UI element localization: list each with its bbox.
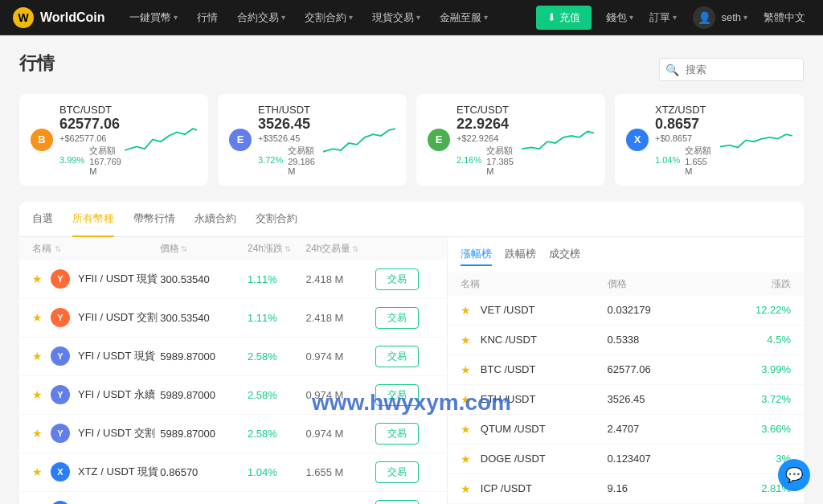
- logo-icon: W: [13, 7, 34, 28]
- star-icon[interactable]: ★: [32, 465, 43, 478]
- vol-val: 0.974 M: [305, 350, 343, 363]
- language-selector[interactable]: 繁體中文: [759, 10, 810, 25]
- trade-button[interactable]: 交易: [375, 461, 419, 483]
- right-table-row: ★ KNC /USDT 0.5338 4.5%: [448, 326, 804, 355]
- coin-avatar: X: [51, 501, 70, 504]
- sort-icon: ⇅: [285, 244, 291, 253]
- col-vol-header: 24h交易量 ⇅: [305, 242, 375, 256]
- right-table-row: ★ VET /USDT 0.032179 12.22%: [448, 296, 804, 326]
- tab-delivery-contract[interactable]: 交割合約: [256, 202, 297, 237]
- ticker-vol: 交易額 29.186 M: [288, 145, 317, 176]
- trade-button[interactable]: 交易: [375, 384, 419, 406]
- change-val: 3.99%: [761, 363, 791, 375]
- price-val: 5989.87000: [160, 350, 215, 363]
- nav-one-click-buy[interactable]: 一鍵買幣 ▾: [121, 0, 186, 35]
- right-table-rows: ★ VET /USDT 0.032179 12.22% ★ KNC /USDT …: [448, 296, 804, 504]
- left-table-row: ★ Y YFII / USDT 交割 300.53540 1.11% 2.418…: [19, 299, 447, 338]
- right-sub-tab-losers[interactable]: 跌幅榜: [505, 244, 536, 266]
- pair-name: BTC /USDT: [481, 363, 536, 375]
- change-val: 1.11%: [248, 273, 277, 285]
- coin-avatar: Y: [51, 385, 70, 404]
- trade-button[interactable]: 交易: [375, 268, 419, 290]
- tabs-container: 自選所有幣種帶幣行情永續合約交割合約 www.hwyxym.com 名稱 ⇅ 價…: [19, 202, 804, 504]
- ticker-card-btc-usdt[interactable]: B BTC/USDT 62577.06 +$62577.06 3.99% 交易額…: [19, 94, 208, 186]
- ticker-card-eth-usdt[interactable]: E ETH/USDT 3526.45 +$3526.45 3.72% 交易額 2…: [218, 94, 407, 186]
- left-table-row: ★ Y YFI / USDT 永續 5989.87000 2.58% 0.974…: [19, 376, 447, 415]
- tab-coin-market[interactable]: 帶幣行情: [133, 202, 175, 237]
- right-sub-tab-volume[interactable]: 成交榜: [549, 244, 580, 266]
- star-icon[interactable]: ★: [461, 363, 471, 376]
- star-icon[interactable]: ★: [461, 453, 471, 465]
- ticker-chart: [720, 121, 792, 158]
- price-val: 0.123407: [608, 453, 651, 465]
- trade-button[interactable]: 交易: [375, 423, 419, 445]
- chat-bubble[interactable]: 💬: [778, 459, 810, 491]
- left-col-price: 5989.87000: [160, 389, 248, 401]
- coin-avatar: Y: [51, 346, 70, 366]
- right-table: 漲幅榜跌幅榜成交榜 名稱 價格 漲跌 ★ VET /USDT 0.03217: [447, 237, 804, 504]
- nav-contract-copy[interactable]: 交割合約 ▾: [297, 0, 361, 35]
- right-table-row: ★ ICP /USDT 9.16 2.81%: [448, 474, 804, 504]
- right-table-row: ★ ETH /USDT 3526.45 3.72%: [448, 385, 804, 415]
- ticker-change: 3.72%: [258, 155, 283, 165]
- left-col-name: ★ Y YFII / USDT 交割: [32, 308, 160, 327]
- rcol-name: ★ BTC /USDT: [461, 363, 608, 376]
- star-icon[interactable]: ★: [32, 272, 43, 285]
- right-sub-tab-gainers[interactable]: 漲幅榜: [461, 244, 492, 266]
- wallet-button[interactable]: 錢包 ▾: [601, 10, 638, 25]
- ticker-info: BTC/USDT 62577.06 +$62577.06 3.99% 交易額 1…: [59, 104, 118, 176]
- coin-icon: B: [31, 129, 53, 151]
- tab-watchlist[interactable]: 自選: [32, 202, 53, 237]
- rcol-price: 0.032179: [608, 304, 718, 316]
- nav-finance[interactable]: 金融至服 ▾: [432, 0, 496, 35]
- change-val: 4.5%: [767, 334, 791, 346]
- deposit-button[interactable]: ⬇ 充值: [536, 6, 592, 30]
- left-col-change: 1.04%: [248, 466, 305, 478]
- price-val: 62577.06: [608, 363, 651, 375]
- star-icon[interactable]: ★: [32, 350, 43, 363]
- tab-all-coins[interactable]: 所有幣種: [72, 202, 114, 237]
- left-col-vol: 2.418 M: [305, 312, 375, 324]
- vol-val: 2.418 M: [305, 312, 343, 324]
- star-icon[interactable]: ★: [461, 334, 471, 346]
- ticker-info: ETH/USDT 3526.45 +$3526.45 3.72% 交易額 29.…: [258, 104, 317, 176]
- pair-name: DOGE /USDT: [481, 453, 546, 465]
- left-col-price: 300.53540: [160, 273, 248, 285]
- col-price-header: 價格 ⇅: [160, 242, 248, 256]
- trade-button[interactable]: 交易: [375, 307, 419, 329]
- ticker-card-xtz-usdt[interactable]: X XTZ/USDT 0.8657 +$0.8657 1.04% 交易額 1.6…: [615, 94, 804, 186]
- chevron-down-icon: ▾: [174, 13, 178, 22]
- star-icon[interactable]: ★: [461, 393, 471, 406]
- rcol-price: 0.5338: [608, 334, 718, 346]
- right-col-headers: 名稱 價格 漲跌: [448, 272, 804, 296]
- chevron-down-icon: ▾: [484, 13, 488, 22]
- star-icon[interactable]: ★: [32, 388, 43, 401]
- trade-button[interactable]: 交易: [375, 346, 419, 367]
- pair-name: VET /USDT: [481, 304, 535, 316]
- trade-button[interactable]: 交易: [375, 500, 419, 504]
- logo-area: W WorldCoin: [13, 7, 105, 28]
- coin-avatar: Y: [51, 424, 70, 443]
- order-button[interactable]: 訂單 ▾: [645, 10, 682, 25]
- pair-name: YFI / USDT 永續: [78, 387, 155, 402]
- nav-spot-trade[interactable]: 現貨交易 ▾: [364, 0, 428, 35]
- left-col-vol: 0.974 M: [305, 350, 375, 363]
- star-icon[interactable]: ★: [32, 427, 43, 440]
- rcol-name-header: 名稱: [461, 277, 608, 291]
- star-icon[interactable]: ★: [32, 311, 43, 324]
- ticker-info: ETC/USDT 22.9264 +$22.9264 2.16% 交易額 17.…: [457, 104, 515, 176]
- star-icon[interactable]: ★: [461, 304, 471, 317]
- star-icon[interactable]: ★: [461, 482, 471, 495]
- star-icon[interactable]: ★: [461, 423, 471, 436]
- user-menu[interactable]: 👤 seth ▾: [688, 6, 752, 29]
- ticker-price: 22.9264: [457, 116, 515, 133]
- change-val: 1.11%: [248, 312, 277, 324]
- ticker-card-etc-usdt[interactable]: E ETC/USDT 22.9264 +$22.9264 2.16% 交易額 1…: [416, 94, 605, 186]
- nav-market[interactable]: 行情: [189, 0, 226, 35]
- tab-perp-contract[interactable]: 永續合約: [194, 202, 236, 237]
- vol-val: 0.974 M: [305, 389, 343, 401]
- left-col-change: 2.58%: [248, 428, 305, 440]
- search-input[interactable]: [659, 58, 804, 81]
- nav-contract-trade[interactable]: 合約交易 ▾: [229, 0, 293, 35]
- change-val: 3.66%: [761, 423, 791, 435]
